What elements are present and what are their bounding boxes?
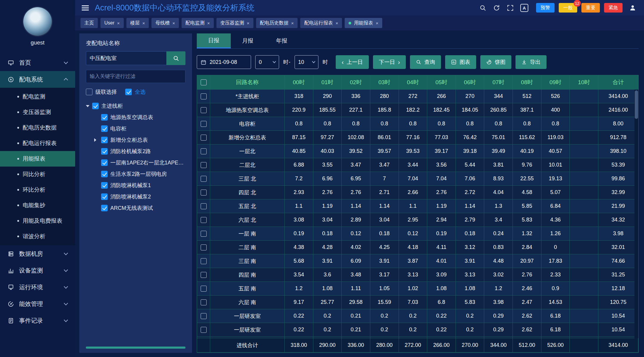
row-checkbox[interactable] xyxy=(201,299,207,305)
tree-checkbox[interactable] xyxy=(101,205,108,211)
refresh-icon[interactable] xyxy=(493,4,500,11)
next-day-button[interactable]: 下一日 › xyxy=(373,55,406,69)
tree-node[interactable]: 一层南1APE2右一层北1APE1左 xyxy=(94,157,185,168)
export-button[interactable]: 导出 xyxy=(515,55,547,69)
tree-checkbox[interactable] xyxy=(101,171,108,177)
hamburger-menu-icon[interactable] xyxy=(82,5,89,10)
sidebar-subitem[interactable]: 配电监测 xyxy=(0,89,75,104)
sidebar-item-power[interactable]: 配电系统 xyxy=(0,71,75,88)
close-icon[interactable]: × xyxy=(143,21,145,26)
avatar[interactable] xyxy=(23,7,52,36)
tree-node[interactable]: 消防喷淋机械泵1 xyxy=(94,180,185,191)
sidebar-subitem[interactable]: 配电历史数据 xyxy=(0,120,75,136)
tree-node[interactable]: 消防栓机械泵2路 xyxy=(94,146,185,157)
tree-checkbox[interactable] xyxy=(101,114,108,121)
alert-button[interactable]: 重要 xyxy=(581,3,600,13)
report-tab-日报[interactable]: 日报 xyxy=(197,33,231,48)
tab-主页[interactable]: 主页 xyxy=(80,18,98,28)
tree-checkbox[interactable] xyxy=(101,125,108,132)
sidebar-subitem[interactable]: 电能集抄 xyxy=(0,198,75,213)
caret-right-icon[interactable] xyxy=(94,138,96,142)
close-icon[interactable]: × xyxy=(376,21,378,26)
tree-node[interactable]: 消防喷淋机械泵2 xyxy=(94,191,185,202)
row-checkbox[interactable] xyxy=(201,244,207,250)
tab-User[interactable]: User× xyxy=(100,18,124,28)
report-tab-年报[interactable]: 年报 xyxy=(265,33,299,48)
sidebar-subitem[interactable]: 同比分析 xyxy=(0,167,75,182)
row-checkbox[interactable] xyxy=(201,93,207,99)
sidebar-subitem[interactable]: 变压器监测 xyxy=(0,104,75,120)
tree-node[interactable]: 地源热泵空调总表 xyxy=(94,112,185,123)
sidebar-item-energy[interactable]: 能效管理 xyxy=(0,296,75,312)
tree-checkbox[interactable] xyxy=(101,182,108,189)
row-checkbox[interactable] xyxy=(201,313,207,319)
row-checkbox[interactable] xyxy=(201,203,207,209)
sidebar-item-server[interactable]: 数据机房 xyxy=(0,245,75,262)
hour-to-select[interactable]: 10 xyxy=(295,55,318,69)
station-search-button[interactable] xyxy=(166,51,185,65)
tree-node[interactable]: 电容柜 xyxy=(94,123,185,134)
alert-button[interactable]: 紧急 xyxy=(604,3,623,13)
close-icon[interactable]: × xyxy=(247,21,250,26)
sidebar-subitem[interactable]: 用能及电费报表 xyxy=(0,213,75,229)
tree-node[interactable]: 新增分立柜总表 xyxy=(94,134,185,146)
tree-checkbox[interactable] xyxy=(101,137,108,143)
row-checkbox[interactable] xyxy=(201,258,207,264)
row-checkbox[interactable] xyxy=(201,162,207,168)
sidebar-item-device[interactable]: 设备监测 xyxy=(0,262,75,279)
scrollbar-thumb[interactable] xyxy=(635,90,638,119)
row-checkbox[interactable] xyxy=(201,121,207,127)
tree-node[interactable]: ARCM无线表测试 xyxy=(94,202,185,214)
tree-root[interactable]: 主进线柜 xyxy=(86,100,185,112)
horizontal-scrollbar[interactable] xyxy=(86,347,185,349)
row-checkbox[interactable] xyxy=(201,135,207,141)
sidebar-subitem[interactable]: 用能报表 xyxy=(0,151,75,167)
pie-button[interactable]: 饼图 xyxy=(480,55,511,69)
prev-day-button[interactable]: ‹ 上一日 xyxy=(336,55,369,69)
close-icon[interactable]: × xyxy=(207,21,210,26)
user-icon[interactable] xyxy=(629,4,636,11)
select-all-checkbox[interactable] xyxy=(125,89,132,95)
tab-配电运行报表[interactable]: 配电运行报表× xyxy=(300,18,342,28)
tree-checkbox[interactable] xyxy=(101,148,108,155)
header-checkbox[interactable] xyxy=(201,79,207,85)
row-checkbox[interactable] xyxy=(201,176,207,182)
tree-checkbox[interactable] xyxy=(92,103,99,109)
tab-变压器监测[interactable]: 变压器监测× xyxy=(216,18,253,28)
tree-filter-input[interactable] xyxy=(86,70,185,83)
tree-checkbox[interactable] xyxy=(101,159,108,166)
sidebar-item-env[interactable]: 运行环境 xyxy=(0,279,75,296)
row-checkbox[interactable] xyxy=(201,148,207,154)
font-size-icon[interactable]: A xyxy=(520,4,528,12)
sidebar-subitem[interactable]: 谐波分析 xyxy=(0,229,75,244)
tab-配电历史数据[interactable]: 配电历史数据× xyxy=(256,18,298,28)
alert-button[interactable]: 预警 xyxy=(536,3,555,13)
cascade-checkbox[interactable] xyxy=(86,89,92,95)
vertical-scrollbar[interactable] xyxy=(634,90,638,338)
hour-from-select[interactable]: 0 xyxy=(255,55,279,69)
close-icon[interactable]: × xyxy=(335,21,338,26)
date-picker[interactable]: 2021-09-08 xyxy=(197,55,251,69)
tab-配电监测[interactable]: 配电监测× xyxy=(182,18,214,28)
tab-母线槽[interactable]: 母线槽× xyxy=(151,18,179,28)
report-tab-月报[interactable]: 月报 xyxy=(231,33,265,48)
fullscreen-icon[interactable] xyxy=(507,4,514,11)
tab-用能报表[interactable]: 用能报表× xyxy=(345,18,382,28)
row-checkbox[interactable] xyxy=(201,231,207,237)
close-icon[interactable]: × xyxy=(291,21,294,26)
sidebar-item-events[interactable]: 事件记录 xyxy=(0,312,75,329)
station-search-input[interactable] xyxy=(86,51,166,65)
search-icon[interactable] xyxy=(479,4,486,11)
tab-楼层[interactable]: 楼层× xyxy=(126,18,149,28)
row-checkbox[interactable] xyxy=(201,272,207,278)
row-checkbox[interactable] xyxy=(201,286,207,292)
query-button[interactable]: 查询 xyxy=(410,55,441,69)
sidebar-subitem[interactable]: 环比分析 xyxy=(0,182,75,198)
close-icon[interactable]: × xyxy=(172,21,175,26)
row-checkbox[interactable] xyxy=(201,327,207,333)
sidebar-subitem[interactable]: 配电运行报表 xyxy=(0,136,75,151)
row-checkbox[interactable] xyxy=(201,190,207,196)
chart-button[interactable]: 图表 xyxy=(445,55,476,69)
row-checkbox[interactable] xyxy=(201,217,207,223)
alert-button[interactable]: 一般12 xyxy=(559,3,577,13)
